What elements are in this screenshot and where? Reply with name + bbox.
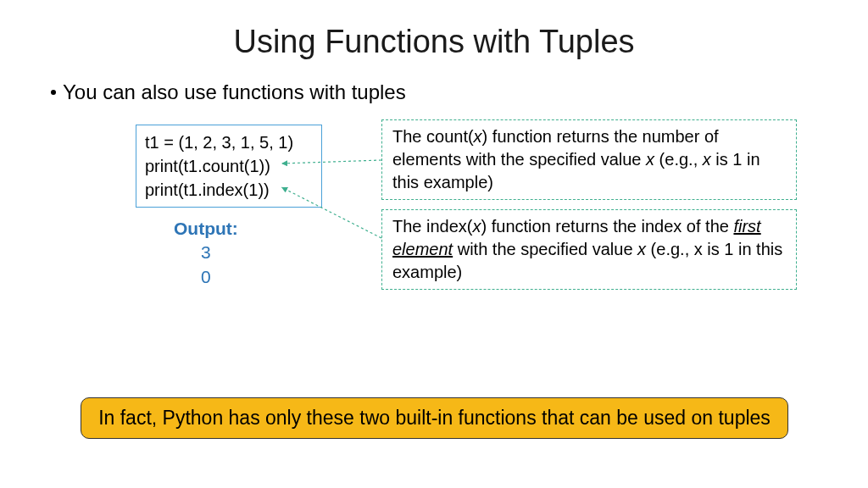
note-count-text-1: The count(: [392, 127, 474, 146]
note-count-x3: x: [703, 150, 711, 169]
bullet-dot-icon: [51, 90, 56, 95]
output-block: Output: 3 0: [174, 217, 238, 289]
bullet-text: You can also use functions with tuples: [63, 80, 406, 104]
note-count-box: The count(x) function returns the number…: [381, 119, 797, 200]
note-count-x2: x: [646, 150, 654, 169]
callout-bar: In fact, Python has only these two built…: [81, 397, 788, 439]
bullet-item: You can also use functions with tuples: [51, 80, 868, 104]
note-index-box: The index(x) function returns the index …: [381, 209, 797, 290]
code-line-2: print(t1.count(1)): [145, 154, 313, 178]
code-box: t1 = (1, 2, 3, 1, 5, 1) print(t1.count(1…: [136, 125, 322, 208]
note-index-x1: x: [473, 217, 481, 236]
note-index-x2: x: [637, 240, 646, 258]
output-value-1: 3: [174, 241, 238, 264]
code-line-1: t1 = (1, 2, 3, 1, 5, 1): [145, 130, 313, 154]
note-index-text-1: The index(: [392, 217, 473, 236]
output-value-2: 0: [174, 265, 238, 289]
note-count-x1: x: [474, 127, 482, 146]
code-line-3: print(t1.index(1)): [145, 178, 313, 202]
note-index-text-2: ) function returns the index of the: [481, 217, 734, 236]
slide-title: Using Functions with Tuples: [0, 24, 868, 60]
content-area: t1 = (1, 2, 3, 1, 5, 1) print(t1.count(1…: [0, 119, 868, 340]
callout-text: In fact, Python has only these two built…: [98, 407, 771, 429]
output-label: Output:: [174, 217, 238, 241]
note-count-text-3: (e.g.,: [654, 150, 703, 169]
note-index-text-3: with the specified value: [453, 240, 637, 258]
